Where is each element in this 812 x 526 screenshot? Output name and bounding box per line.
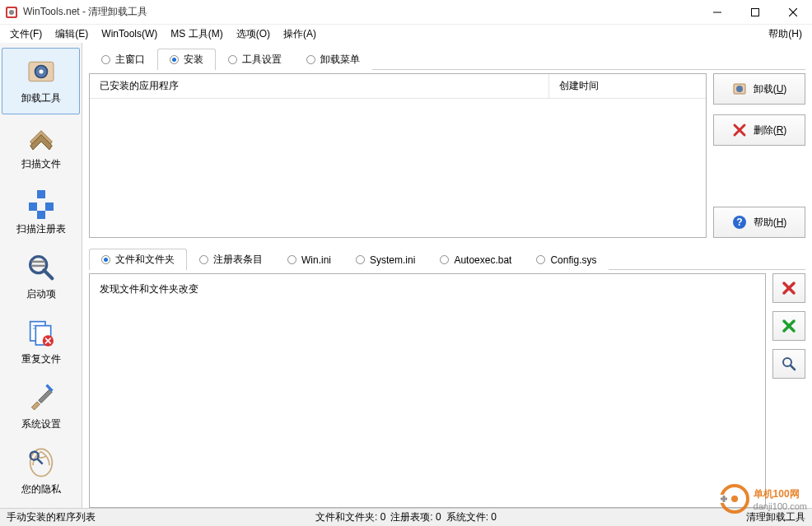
svg-point-2 [9,10,14,15]
menu-help[interactable]: 帮助(H) [762,26,809,43]
status-right: 清理卸载工具 [746,510,805,524]
tab-files-folders[interactable]: 文件和文件夹 [89,249,187,270]
status-bar: 手动安装的程序列表 文件和文件夹: 0 注册表项: 0 系统文件: 0 清理卸载… [0,508,812,526]
tab-label: 工具设置 [242,53,282,67]
col-time[interactable]: 创建时间 [549,74,706,98]
col-app[interactable]: 已安装的应用程序 [90,74,549,98]
sidebar-item-tweakui[interactable]: 系统设置 [0,375,82,440]
changes-panel[interactable]: 发现文件和文件夹改变 [89,273,766,508]
sidebar-item-scanfiles[interactable]: 扫描文件 [0,114,82,179]
status-files: 文件和文件夹: 0 [315,510,385,524]
sidebar-label: 您的隐私 [21,482,61,496]
svg-rect-13 [37,211,45,219]
tab-install[interactable]: 安装 [157,49,216,70]
tab-winini[interactable]: Win.ini [275,249,343,270]
svg-line-28 [37,459,43,464]
sidebar: 卸载工具 扫描文件 扫描注册表 启动项 重复文件 系统设置 您的隐私 [0,43,82,508]
remove-change-button[interactable] [772,273,805,303]
maximize-button[interactable] [736,0,774,24]
upper-tabstrip: 主窗口 安装 工具设置 卸载菜单 [89,48,805,70]
list-body[interactable] [90,99,706,237]
tweakui-icon [25,381,58,414]
sidebar-label: 系统设置 [21,417,61,431]
status-registry: 注册表项: 0 [390,510,441,524]
svg-rect-12 [45,202,54,211]
svg-rect-17 [31,265,45,268]
sidebar-item-startup[interactable]: 启动项 [0,244,82,310]
tab-autoexec[interactable]: Autoexec.bat [427,249,524,270]
menu-file[interactable]: 文件(F) [3,26,49,43]
tab-label: 卸载菜单 [320,53,360,67]
menu-bar: 文件(F) 编辑(E) WinTools(W) MS 工具(M) 选项(O) 操… [0,25,812,43]
uninstall-button[interactable]: 卸载(U) [713,73,805,105]
tab-label: Win.ini [301,254,331,266]
tab-tool-settings[interactable]: 工具设置 [216,49,294,70]
svg-rect-4 [752,8,759,16]
lower-tabstrip: 文件和文件夹 注册表条目 Win.ini System.ini Autoexec… [89,248,805,270]
keep-change-button[interactable] [772,311,805,341]
help-icon: ? [732,215,747,230]
duplicates-icon [25,316,58,349]
tab-label: 安装 [184,53,203,67]
status-system: 系统文件: 0 [446,510,497,524]
sidebar-label: 启动项 [26,287,56,301]
search-change-button[interactable] [772,349,805,379]
tab-label: 文件和文件夹 [115,253,175,267]
app-icon [5,6,18,19]
x-red-icon [782,281,796,296]
status-left: 手动安装的程序列表 [7,510,96,524]
close-button[interactable] [774,0,812,24]
sidebar-item-privacy[interactable]: 您的隐私 [0,440,82,505]
installed-app-list[interactable]: 已安装的应用程序 创建时间 [89,73,707,238]
list-header: 已安装的应用程序 创建时间 [90,74,706,99]
scanregistry-icon [25,186,58,219]
menu-options[interactable]: 选项(O) [230,26,277,43]
button-label: 卸载(U) [754,82,787,96]
button-label: 删除(R) [754,123,787,137]
svg-line-15 [44,270,52,278]
sidebar-item-uninstaller[interactable]: 卸载工具 [2,48,80,114]
help-button[interactable]: ? 帮助(H) [713,207,805,238]
uninstaller-icon [25,55,58,88]
menu-mstools[interactable]: MS 工具(M) [164,26,229,43]
tab-uninstall-menu[interactable]: 卸载菜单 [294,49,372,70]
tab-label: Autoexec.bat [454,254,511,266]
tab-label: Config.sys [550,254,596,266]
changes-title: 发现文件和文件夹改变 [100,283,198,295]
title-bar: WinTools.net - 清理卸载工具 [0,0,812,25]
sidebar-label: 重复文件 [21,352,61,366]
svg-text:?: ? [736,216,742,228]
tab-label: 主窗口 [115,53,145,67]
sidebar-item-scanregistry[interactable]: 扫描注册表 [0,179,82,244]
menu-edit[interactable]: 编辑(E) [49,26,95,43]
content-area: 主窗口 安装 工具设置 卸载菜单 已安装的应用程序 创建时间 卸载(U) [82,43,812,508]
tab-systemini[interactable]: System.ini [343,249,427,270]
svg-rect-11 [29,202,37,211]
tab-main-window[interactable]: 主窗口 [89,49,157,70]
svg-rect-16 [31,261,45,263]
sidebar-item-duplicates[interactable]: 重复文件 [0,310,82,375]
privacy-icon [25,446,58,479]
tab-label: System.ini [370,254,415,266]
delete-button[interactable]: 删除(R) [713,114,805,146]
svg-point-9 [39,70,43,74]
window-controls [698,0,812,24]
minimize-button[interactable] [698,0,736,24]
svg-rect-10 [37,190,45,198]
sidebar-label: 扫描注册表 [16,222,66,236]
x-green-icon [782,319,796,333]
tab-registry-entries[interactable]: 注册表条目 [187,249,275,270]
scanfiles-icon [25,121,58,154]
startup-icon [25,251,58,284]
button-label: 帮助(H) [754,216,787,230]
window-title: WinTools.net - 清理卸载工具 [23,5,698,19]
svg-line-40 [791,365,795,370]
menu-operations[interactable]: 操作(A) [277,26,323,43]
sidebar-label: 扫描文件 [21,157,61,171]
tab-config[interactable]: Config.sys [524,249,609,270]
menu-wintools[interactable]: WinTools(W) [95,26,164,41]
svg-point-30 [736,86,743,92]
delete-icon [732,123,747,137]
uninstall-icon [732,81,747,96]
search-icon [782,356,796,371]
